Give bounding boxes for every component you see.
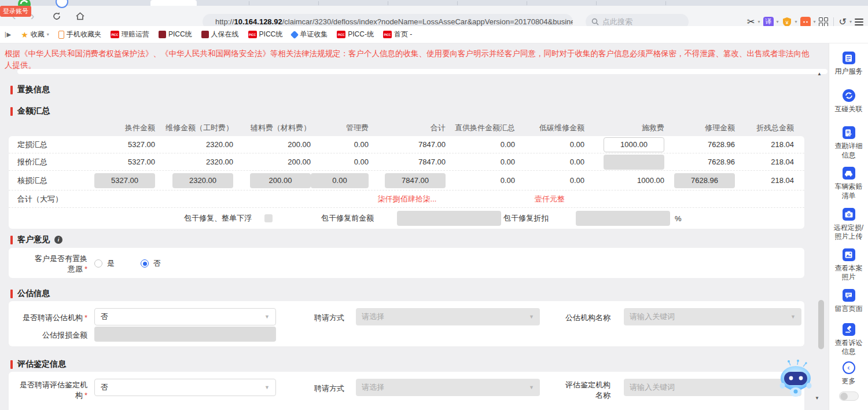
sidebar-item-remote-loss-photo[interactable]: 远程定损/照片上传: [833, 208, 865, 241]
sidebar-toggle[interactable]: [839, 391, 859, 401]
pre-amount-disabled-input: [397, 211, 501, 226]
total-amount-chinese: 柒仟捌佰肆拾柒...: [378, 194, 437, 204]
eval-method-select: 请选择▼: [356, 379, 540, 396]
baogan-checkbox[interactable]: [264, 214, 273, 222]
picc-logo-icon: PICC: [337, 31, 345, 38]
scrollbar-thumb[interactable]: [818, 300, 824, 349]
bookmarks-collapse-icon[interactable]: |▶: [5, 31, 12, 38]
url-text: http://10.164.128.92/claimcar/3230/deflo…: [215, 17, 573, 26]
undo-dropdown-icon[interactable]: ▾: [849, 19, 852, 24]
picc-logo-icon: PICC: [383, 31, 392, 38]
sidebar-item-more[interactable]: ‹ 更多: [833, 361, 865, 386]
section-public-estimate: 公估信息: [10, 288, 50, 299]
sidebar-item-survey-detail[interactable]: 查勘详细信息: [833, 126, 865, 160]
baogan-checkbox-label: 包干修复、整单下浮: [184, 213, 252, 224]
game-center-icon[interactable]: [800, 17, 811, 27]
readonly-value-box: 200.00: [250, 173, 311, 188]
section-replacement: 置换信息: [10, 85, 50, 95]
rescue-fee-input[interactable]: 1000.00: [604, 137, 664, 152]
bookmark-item[interactable]: PICC统: [159, 30, 192, 39]
survey-detail-icon: [843, 126, 855, 139]
menu-icon[interactable]: [855, 19, 863, 25]
amount-table-card: 定损汇总 5327.00 2320.00 200.00 0.00 7847.00…: [9, 136, 804, 229]
assistant-robot-icon[interactable]: [775, 360, 817, 399]
customer-opinion-card: 客户是否有置换意愿* 是 否: [9, 248, 804, 278]
sidebar-item-collision-link[interactable]: 互碰关联: [833, 89, 865, 114]
chevron-down-icon: ▼: [790, 314, 796, 320]
vehicle-claim-icon: [843, 167, 855, 180]
privacy-notice: 根据《中华人民共和国消费者权益保护法》、《中华人民共和国网络安全法》等相关法律法…: [5, 48, 815, 71]
sidebar-item-litigation-info[interactable]: 查看诉讼信息: [833, 323, 865, 357]
browser-toolbar: ‹ › http://10.164.128.92/claimcar/3230/d…: [0, 6, 868, 26]
discount-label: 包干修复折扣: [503, 213, 549, 224]
scissors-dropdown-icon[interactable]: ▾: [758, 19, 760, 24]
message-icon: [843, 289, 855, 302]
amount-table-header: 换件金额 维修金额（工时费） 辅料费（材料费） 管理费 合计 直供换件金额汇总 …: [9, 120, 804, 136]
apps-grid-icon[interactable]: [819, 17, 828, 27]
picc-logo-icon: PICC: [111, 31, 119, 38]
translate-dropdown-icon[interactable]: ▾: [777, 19, 779, 24]
sidebar-item-message-page[interactable]: 留言页面: [833, 289, 865, 314]
favorites-menu[interactable]: ★收藏▾: [21, 30, 49, 39]
scroll-up-icon[interactable]: ▲: [817, 71, 822, 76]
picc-logo-icon: PICC: [248, 31, 257, 38]
table-row-hesun: 核损汇总 5327.00 2320.00 200.00 0.00 7847.00…: [9, 171, 804, 191]
chevron-down-icon: ▾: [47, 32, 49, 37]
panel-top-edge: [17, 69, 827, 74]
chevron-down-icon: ▼: [264, 385, 270, 390]
estimate-loss-disabled-input: [94, 327, 276, 342]
mobile-favorites[interactable]: 手机收藏夹: [58, 30, 101, 39]
rescue-amount-chinese: 壹仟元整: [535, 194, 565, 204]
photo-icon: [843, 248, 855, 261]
svg-text:¥: ¥: [785, 19, 789, 25]
readonly-value-box: 5327.00: [94, 173, 155, 188]
translate-icon[interactable]: 译: [763, 17, 774, 27]
sidebar-item-case-photos[interactable]: 查看本案照片: [833, 248, 865, 282]
login-account-badge[interactable]: 登录账号: [0, 6, 31, 17]
diamond-logo-icon: [290, 30, 299, 38]
maroon-logo-icon: [201, 31, 209, 38]
tab-strip[interactable]: [0, 0, 868, 6]
chevron-down-icon: ▼: [529, 385, 534, 390]
sidebar-item-vehicle-claim-list[interactable]: 车辆索赔清单: [833, 167, 865, 200]
home-icon[interactable]: [72, 6, 88, 26]
public-estimate-card: 是否聘请公估机构* 否▼ 聘请方式 请选择▼ 公估机构名称 请输入关键词▼ 公估…: [9, 301, 804, 346]
bookmark-item[interactable]: PICC理赔运营: [111, 30, 149, 39]
refresh-icon[interactable]: [49, 6, 65, 26]
bookmark-item[interactable]: 单证收集: [292, 30, 328, 39]
pre-amount-label: 包干修复前金额: [321, 213, 374, 224]
star-icon: ★: [21, 30, 28, 39]
radio-yes-icon[interactable]: [94, 259, 102, 268]
estimator-name-select: 请输入关键词▼: [624, 308, 801, 325]
bookmark-item[interactable]: PICCPICC统: [248, 30, 283, 39]
user-service-icon: [843, 52, 855, 64]
baogan-row: 包干修复、整单下浮 包干修复前金额 包干修复折扣 %: [9, 208, 804, 228]
rescue-fee-disabled-input: [604, 155, 664, 170]
bookmark-item[interactable]: 人保在线: [201, 30, 239, 39]
hire-estimator-select[interactable]: 否▼: [94, 308, 276, 325]
info-icon[interactable]: i: [54, 236, 62, 244]
discount-disabled-input: [576, 211, 670, 226]
game-dropdown-icon[interactable]: ▾: [814, 19, 816, 24]
sidebar-item-user-service[interactable]: 用户服务: [833, 52, 865, 76]
readonly-value-box: 0.00: [311, 173, 369, 188]
readonly-value-box: 7628.96: [674, 173, 735, 188]
wallet-shield-icon[interactable]: ¥: [782, 17, 792, 27]
active-tab[interactable]: [150, 0, 197, 6]
evaluation-card: 是否聘请评估鉴定机构* 否▼ 聘请方式 请选择▼ 评估鉴定机构名称 请输入关键词…: [9, 372, 804, 410]
radio-no[interactable]: 否: [141, 258, 161, 269]
hire-evaluator-select[interactable]: 否▼: [94, 379, 276, 396]
bookmark-item[interactable]: PICC首页 -: [383, 30, 412, 39]
page-content: 根据《中华人民共和国消费者权益保护法》、《中华人民共和国网络安全法》等相关法律法…: [0, 43, 829, 410]
bookmarks-bar: |▶ ★收藏▾ 手机收藏夹 PICC理赔运营 PICC统 人保在线 PICCPI…: [0, 26, 868, 43]
wallet-dropdown-icon[interactable]: ▾: [795, 19, 797, 24]
phone-icon: [58, 31, 64, 39]
hire-estimator-label: 是否聘请公估机构*: [19, 313, 87, 323]
radio-no-icon[interactable]: [141, 259, 149, 268]
gavel-icon: [843, 323, 855, 336]
bookmark-item[interactable]: PICCPICC-统: [337, 30, 374, 39]
estimator-name-label: 公估机构名称: [558, 313, 610, 323]
search-placeholder: 点此搜索: [602, 17, 632, 27]
radio-yes[interactable]: 是: [94, 258, 115, 269]
evaluator-name-select: 请输入关键词▼: [624, 379, 801, 396]
